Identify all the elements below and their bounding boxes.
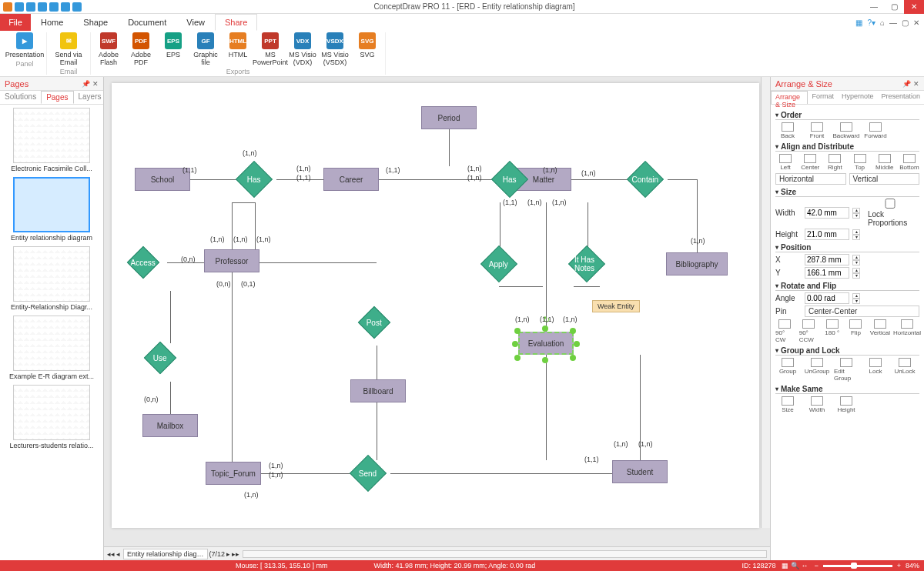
export-svg[interactable]: SVGSVG [353,32,382,66]
grid-icon[interactable]: ▦ [855,18,862,27]
rotate-ccw[interactable]: 90° CCW [799,319,819,343]
pages-tab-solutions[interactable]: Solutions [0,91,41,104]
entity-mailbox[interactable]: Mailbox [142,414,198,437]
export-vsdx[interactable]: VSDXMS Visio (VSDX) [320,32,350,66]
help-icon[interactable]: ?▾ [867,18,875,27]
align-middle[interactable]: Middle [875,154,895,171]
page-thumb[interactable]: Example E-R diagram ext... [3,316,100,380]
close-button[interactable]: ✕ [904,0,924,14]
group-group[interactable]: Group [775,358,800,382]
entity-period[interactable]: Period [421,106,477,129]
undo-icon[interactable] [38,2,47,12]
maximize-button[interactable]: ▢ [884,0,904,14]
makesame-size[interactable]: Size [775,396,800,413]
y-input[interactable] [805,267,849,279]
height-input[interactable] [805,229,849,240]
pin-close-icons[interactable]: 📌 ✕ [82,80,99,88]
vertical-dist-dropdown[interactable]: Vertical [849,173,920,185]
export-vdx[interactable]: VDXMS Visio (VDX) [288,32,317,66]
group-section[interactable]: Group and Lock [775,346,919,356]
menu-home[interactable]: Home [31,14,73,31]
x-input[interactable] [805,254,849,265]
makesame-section[interactable]: Make Same [775,385,919,394]
weak-entity-evaluation[interactable]: Evaluation [518,332,574,355]
pin-dropdown[interactable]: Center-Center [805,306,919,317]
save-icon[interactable] [61,2,70,12]
entity-professor[interactable]: Professor [204,249,259,272]
relation-apply[interactable]: Apply [480,245,517,282]
height-spinner[interactable]: ▴▾ [852,229,860,240]
open-icon[interactable] [26,2,35,12]
relation-has1[interactable]: Has [236,161,273,198]
align-bottom[interactable]: Bottom [899,154,919,171]
relation-access[interactable]: Access [127,246,159,279]
sub-min-icon[interactable]: — [889,18,897,27]
export-html[interactable]: HTMLHTML [223,32,253,66]
print-icon[interactable] [72,2,82,12]
align-section[interactable]: Align and Distribute [775,142,919,152]
export-pdf[interactable]: PDFAdobe PDF [126,32,156,66]
rotate-flip[interactable]: Flip [846,319,865,343]
rotate-horizontal[interactable]: Horizontal [895,319,919,343]
angle-input[interactable] [805,292,849,304]
lock-proportions-checkbox[interactable] [868,199,912,209]
entity-career[interactable]: Career [323,168,379,191]
group-unlock[interactable]: UnLock [892,358,917,382]
relation-use[interactable]: Use [144,342,176,374]
horizontal-scrollbar[interactable] [243,550,767,558]
menu-view[interactable]: View [176,14,215,31]
angle-spinner[interactable]: ▴▾ [852,293,860,304]
tab-nav-next[interactable]: ▸ [226,550,230,558]
selection-handle[interactable] [570,328,576,334]
makesame-width[interactable]: Width [805,396,829,413]
order-back[interactable]: Back [775,122,800,139]
order-front[interactable]: Front [805,122,829,139]
tab-nav-prev[interactable]: ◂ [116,550,120,558]
presentation-button[interactable]: ▶ Presentation [6,32,43,58]
relation-post[interactable]: Post [358,306,390,339]
tab-nav-last[interactable]: ▸▸ [232,550,239,558]
arrange-tab-hypernote[interactable]: Hypernote [838,91,878,104]
width-input[interactable] [805,207,849,219]
menu-document[interactable]: Document [118,14,176,31]
horizontal-dist-dropdown[interactable]: Horizontal [775,173,846,185]
relation-ithas[interactable]: It Has Notes [568,245,605,282]
position-section[interactable]: Position [775,243,919,252]
width-spinner[interactable]: ▴▾ [852,208,860,219]
sub-close-icon[interactable]: ✕ [913,18,919,27]
selection-handle[interactable] [542,326,548,332]
align-left[interactable]: Left [775,154,795,171]
menu-file[interactable]: File [0,14,31,31]
pin-close-icons-right[interactable]: 📌 ✕ [902,80,919,88]
redo-icon[interactable] [49,2,59,12]
zoom-out-button[interactable]: − [814,562,818,569]
group-editgroup[interactable]: Edit Group [834,358,859,382]
selection-handle[interactable] [512,341,518,347]
export-gf[interactable]: GFGraphic file [191,32,220,66]
active-sheet-tab[interactable]: Entity relationship diag… [123,549,208,559]
selection-handle[interactable] [574,341,580,347]
selection-handle[interactable] [514,355,521,361]
zoom-slider[interactable] [823,565,892,567]
export-eps[interactable]: EPSEPS [159,32,188,66]
vertical-scrollbar[interactable] [761,77,770,528]
page-thumb[interactable]: Entity relationship diagram [3,177,100,242]
arrange-tab-arrangesize[interactable]: Arrange & Size [771,91,808,104]
menu-shape[interactable]: Shape [73,14,118,31]
page-thumb[interactable]: Entity-Relationship Diagr... [3,246,100,311]
align-right[interactable]: Right [825,154,845,171]
relation-send[interactable]: Send [350,455,387,492]
arrange-tab-format[interactable]: Format [808,91,838,104]
home-icon[interactable]: ⌂ [880,18,885,27]
group-lock[interactable]: Lock [863,358,888,382]
pages-tab-layers[interactable]: Layers [74,91,106,104]
sub-max-icon[interactable]: ▢ [902,18,909,27]
entity-bibliography[interactable]: Bibliography [666,252,728,275]
new-icon[interactable] [15,2,24,12]
makesame-height[interactable]: Height [834,396,859,413]
group-ungroup[interactable]: UnGroup [805,358,829,382]
relation-contain[interactable]: Contain [627,161,664,198]
entity-billboard[interactable]: Billboard [350,379,406,402]
rotate-section[interactable]: Rotate and Flip [775,282,919,291]
diagram-canvas[interactable]: PeriodSchoolCareerMatterProfessorBibliog… [112,83,759,528]
